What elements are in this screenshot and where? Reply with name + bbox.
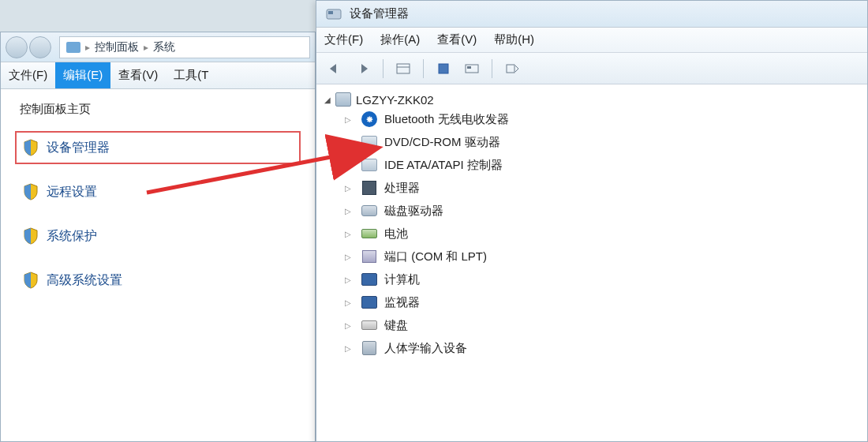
tree-node-label: 键盘 (384, 318, 408, 333)
shield-icon (23, 227, 39, 245)
monitor-icon (361, 294, 378, 310)
computer-category-icon (361, 272, 378, 287)
tree-node-label: 电池 (384, 227, 408, 242)
expand-icon[interactable]: ▷ (345, 298, 354, 307)
bluetooth-icon: ⁕ (361, 111, 378, 127)
tree-node-computer[interactable]: ▷ 计算机 (345, 272, 859, 287)
expand-icon[interactable]: ▷ (345, 207, 354, 215)
expand-icon[interactable]: ▷ (345, 344, 354, 353)
toolbar-separator (492, 59, 492, 78)
menu-edit[interactable]: 编辑(E) (55, 62, 110, 88)
control-panel-window: ▸ 控制面板 ▸ 系统 文件(F) 编辑(E) 查看(V) 工具(T 控制面板主… (0, 32, 316, 442)
menu-help[interactable]: 帮助(H) (494, 32, 534, 47)
toolbar-properties-button[interactable] (432, 58, 455, 80)
tree-node-label: Bluetooth 无线电收发器 (384, 112, 509, 127)
optical-drive-icon (361, 134, 378, 150)
tree-node-processor[interactable]: ▷ 处理器 (345, 180, 859, 196)
sidebar-item-system-protection[interactable]: 系统保护 (15, 219, 301, 253)
nav-back-button[interactable] (6, 36, 28, 58)
tree-node-label: 监视器 (384, 295, 420, 310)
toolbar-update-button[interactable] (500, 58, 524, 80)
svg-rect-6 (467, 66, 471, 69)
expand-icon[interactable]: ▷ (345, 161, 354, 170)
expand-icon[interactable]: ▷ (345, 138, 354, 147)
tree-node-monitor[interactable]: ▷ 监视器 (345, 294, 859, 310)
shield-icon (23, 139, 39, 156)
tree-node-label: 计算机 (384, 272, 420, 287)
tree-node-optical[interactable]: ▷ DVD/CD-ROM 驱动器 (345, 134, 859, 150)
toolbar-separator (383, 59, 383, 78)
sidebar-item-advanced-settings[interactable]: 高级系统设置 (15, 264, 301, 297)
breadcrumb-icon (66, 42, 80, 53)
tree-node-battery[interactable]: ▷ 电池 (345, 226, 859, 242)
nav-forward-button[interactable] (29, 36, 51, 58)
sidebar-item-label: 系统保护 (47, 228, 97, 245)
front-toolbar (316, 53, 867, 84)
svg-rect-1 (328, 11, 333, 14)
menu-tools[interactable]: 工具(T (166, 62, 216, 88)
menu-action[interactable]: 操作(A) (380, 32, 420, 47)
tree-node-label: DVD/CD-ROM 驱动器 (384, 135, 500, 150)
tree-node-disk[interactable]: ▷ 磁盘驱动器 (345, 203, 859, 219)
expand-icon[interactable]: ▷ (345, 321, 354, 330)
processor-icon (361, 180, 378, 196)
expand-icon[interactable]: ▷ (345, 253, 354, 261)
breadcrumb-separator: ▸ (144, 42, 148, 53)
toolbar-scan-button[interactable] (460, 58, 484, 80)
tree-root[interactable]: ◢ LGZYY-ZKK02 (324, 92, 859, 107)
toolbar-back-button[interactable] (323, 58, 346, 80)
port-icon (361, 249, 378, 264)
expand-icon[interactable]: ▷ (345, 230, 354, 238)
keyboard-icon (361, 317, 378, 333)
back-menubar: 文件(F) 编辑(E) 查看(V) 工具(T (1, 62, 315, 89)
breadcrumb-item[interactable]: 系统 (153, 40, 175, 54)
sidebar-item-remote-settings[interactable]: 远程设置 (15, 175, 301, 208)
disk-drive-icon (361, 203, 378, 219)
svg-rect-4 (439, 64, 448, 73)
toolbar-forward-button[interactable] (351, 58, 375, 80)
tree-node-hid[interactable]: ▷ 人体学输入设备 (345, 340, 859, 356)
menu-view[interactable]: 查看(V) (437, 32, 477, 47)
sidebar-item-label: 远程设置 (47, 184, 97, 200)
battery-icon (361, 226, 378, 242)
toolbar-view-button[interactable] (391, 58, 415, 80)
hid-icon (361, 340, 378, 356)
breadcrumb[interactable]: ▸ 控制面板 ▸ 系统 (59, 36, 310, 58)
expand-icon[interactable]: ▷ (345, 115, 354, 124)
device-tree: ◢ LGZYY-ZKK02 ▷ ⁕ Bluetooth 无线电收发器 ▷ DVD… (316, 84, 867, 364)
tree-node-label: 端口 (COM 和 LPT) (384, 249, 487, 264)
sidebar-item-device-manager[interactable]: 设备管理器 (15, 131, 301, 164)
nav-buttons (6, 36, 51, 58)
device-manager-window: 设备管理器 文件(F) 操作(A) 查看(V) 帮助(H) ◢ LGZYY-ZK… (316, 0, 868, 442)
section-title: 控制面板主页 (20, 102, 301, 117)
menu-file[interactable]: 文件(F) (324, 32, 363, 47)
tree-node-label: 处理器 (384, 181, 420, 196)
front-titlebar: 设备管理器 (316, 1, 867, 28)
tree-node-bluetooth[interactable]: ▷ ⁕ Bluetooth 无线电收发器 (345, 111, 859, 127)
toolbar-separator (423, 59, 424, 78)
expand-icon[interactable]: ▷ (345, 275, 354, 284)
sidebar-item-label: 设备管理器 (47, 140, 110, 156)
shield-icon (23, 183, 39, 200)
svg-rect-7 (507, 65, 514, 73)
back-body: 控制面板主页 设备管理器 远程设置 系统保护 (1, 89, 315, 309)
shield-icon (23, 272, 39, 289)
menu-file[interactable]: 文件(F) (1, 62, 55, 88)
tree-children: ▷ ⁕ Bluetooth 无线电收发器 ▷ DVD/CD-ROM 驱动器 ▷ … (345, 111, 859, 356)
expand-icon[interactable]: ◢ (324, 96, 331, 104)
breadcrumb-separator: ▸ (85, 42, 90, 53)
tree-node-keyboard[interactable]: ▷ 键盘 (345, 317, 859, 333)
sidebar-list: 设备管理器 远程设置 系统保护 高级系统设置 (15, 131, 301, 297)
tree-node-ide[interactable]: ▷ IDE ATA/ATAPI 控制器 (345, 157, 859, 173)
sidebar-item-label: 高级系统设置 (47, 272, 122, 289)
computer-icon (335, 92, 351, 107)
tree-root-label: LGZYY-ZKK02 (356, 93, 434, 107)
expand-icon[interactable]: ▷ (345, 184, 354, 193)
window-title: 设备管理器 (350, 6, 409, 21)
tree-node-label: 人体学输入设备 (384, 341, 467, 356)
menu-view[interactable]: 查看(V) (110, 62, 166, 88)
tree-node-label: IDE ATA/ATAPI 控制器 (384, 158, 503, 173)
tree-node-ports[interactable]: ▷ 端口 (COM 和 LPT) (345, 249, 859, 264)
breadcrumb-item[interactable]: 控制面板 (95, 40, 139, 54)
back-titlebar: ▸ 控制面板 ▸ 系统 (1, 32, 315, 62)
